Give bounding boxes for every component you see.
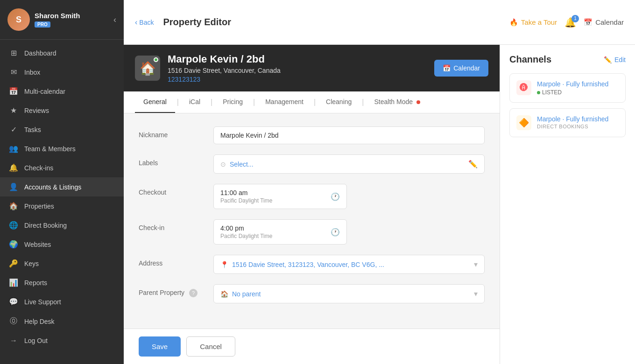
channels-edit-button[interactable]: ✏️ Edit [604,56,626,63]
property-calendar-button[interactable]: 📅 Calendar [434,60,488,77]
parent-help-icon: ? [189,289,198,297]
calendar-icon: 📅 [584,18,593,27]
sidebar-item-multi-calendar[interactable]: 📅Multi-calendar [0,82,124,101]
tab-sep-3: | [251,91,257,113]
channel-status-0: LISTED [537,89,619,96]
channel-name-1: Marpole · Fully furnished [537,115,619,123]
labels-edit-icon: ✏️ [468,160,478,168]
back-button[interactable]: ‹ Back [135,18,154,27]
tab-management[interactable]: Management [257,91,312,113]
page-title: Property Editor [163,17,231,28]
sidebar-item-tasks[interactable]: ✓Tasks [0,120,124,139]
labels-select-inner: ⊙ Select... [220,161,254,168]
tab-pricing[interactable]: Pricing [214,91,251,113]
address-row: Address 📍 1516 Davie Street, 3123123, Va… [139,255,485,274]
sidebar-nav: ⊞Dashboard✉Inbox📅Multi-calendar★Reviews✓… [0,40,124,364]
nav-label-tasks: Tasks [24,126,41,133]
sidebar-item-websites[interactable]: 🌍Websites [0,235,124,254]
sidebar-item-properties[interactable]: 🏠Properties [0,196,124,216]
channel-info-1: Marpole · Fully furnished DIRECT BOOKING… [537,115,619,129]
calendar-label: Calendar [595,18,624,26]
parent-field[interactable]: 🏠 No parent ▾ [213,284,485,303]
property-header: 🏠 Marpole Kevin / 2bd 1516 Davie Street,… [124,45,500,91]
channel-item-direct-bookings[interactable]: 🔶 Marpole · Fully furnished DIRECT BOOKI… [509,108,626,137]
nav-icon-inbox: ✉ [8,68,19,77]
address-label: Address [139,255,213,267]
sidebar-item-check-ins[interactable]: 🔔Check-ins [0,158,124,177]
sidebar-item-team-members[interactable]: 👥Team & Members [0,139,124,158]
nav-icon-reports: 📊 [8,278,19,287]
sidebar-item-direct-booking[interactable]: 🌐Direct Booking [0,216,124,235]
nav-icon-properties: 🏠 [8,202,19,210]
cancel-button[interactable]: Cancel [186,336,235,357]
sidebar-item-reports[interactable]: 📊Reports [0,273,124,292]
sidebar-item-accounts-listings[interactable]: 👤Accounts & Listings [0,177,124,196]
parent-label-text: Parent Property [139,289,184,296]
nav-label-log-out: Log Out [24,337,48,344]
channel-row-0: 🅐 Marpole · Fully furnished LISTED [516,80,619,96]
save-button[interactable]: Save [139,336,181,357]
tab-ical[interactable]: iCal [181,91,209,113]
checkin-time-field[interactable]: 4:00 pm Pacific Daylight Time 🕐 [213,219,347,245]
property-calendar-icon: 📅 [443,64,451,72]
pro-badge: PRO [35,21,50,28]
back-label: Back [139,19,154,26]
stealth-mode-dot [416,100,420,104]
collapse-button[interactable]: ‹ [113,15,116,25]
tab-sep-5: | [360,91,366,113]
nav-label-multi-calendar: Multi-calendar [24,88,65,95]
nav-label-accounts-listings: Accounts & Listings [24,183,81,191]
checkout-control: 11:00 am Pacific Daylight Time 🕐 [213,184,485,209]
notification-button[interactable]: 🔔 1 [564,17,576,28]
channel-logo-0: 🅐 [516,80,531,95]
header-left: ‹ Back Property Editor [135,17,231,28]
tab-sep-1: | [175,91,181,113]
checkout-label: Checkout [139,184,213,196]
nav-icon-websites: 🌍 [8,240,19,249]
property-panel: 🏠 Marpole Kevin / 2bd 1516 Davie Street,… [124,45,500,364]
channels-panel: Channels ✏️ Edit 🅐 Marpole · Fully furni… [500,45,635,364]
nav-label-help-desk: Help Desk [24,318,55,325]
sidebar-item-keys[interactable]: 🔑Keys [0,254,124,273]
calendar-button[interactable]: 📅 Calendar [584,18,624,27]
labels-placeholder: Select... [230,161,254,168]
sidebar-item-live-support[interactable]: 💬Live Support [0,292,124,311]
take-tour-label: Take a Tour [521,18,557,26]
sidebar-item-dashboard[interactable]: ⊞Dashboard [0,43,124,63]
nav-icon-check-ins: 🔔 [8,163,19,172]
sidebar-item-inbox[interactable]: ✉Inbox [0,63,124,82]
notification-badge: 1 [572,15,579,22]
tab-cleaning[interactable]: Cleaning [318,91,360,113]
property-phone: 123123123 [168,76,434,83]
parent-text: No parent [232,290,261,298]
labels-select[interactable]: ⊙ Select... ✏️ [213,154,485,174]
nav-icon-live-support: 💬 [8,297,19,306]
nickname-control [213,126,485,144]
sidebar-item-reviews[interactable]: ★Reviews [0,101,124,120]
labels-row: Labels ⊙ Select... ✏️ [139,154,485,174]
tab-stealth-mode[interactable]: Stealth Mode [366,91,429,113]
nav-label-websites: Websites [24,241,51,248]
take-tour-button[interactable]: 🔥 Take a Tour [509,18,557,27]
sidebar-item-log-out[interactable]: →Log Out [0,331,124,350]
labels-control: ⊙ Select... ✏️ [213,154,485,174]
header: ‹ Back Property Editor 🔥 Take a Tour 🔔 1… [124,0,635,45]
address-control: 📍 1516 Davie Street, 3123123, Vancouver,… [213,255,485,274]
nav-label-keys: Keys [24,260,39,267]
nickname-input[interactable] [213,126,485,144]
tab-sep-2: | [209,91,214,113]
parent-property-row: Parent Property ? 🏠 No parent ▾ [139,284,485,303]
user-name: Sharon Smith [35,12,113,20]
channel-item-airbnb-listed[interactable]: 🅐 Marpole · Fully furnished LISTED [509,73,626,103]
nav-label-live-support: Live Support [24,298,61,306]
property-address: 1516 Davie Street, Vancouver, Canada [168,67,434,74]
address-field[interactable]: 📍 1516 Davie Street, 3123123, Vancouver,… [213,255,485,274]
nav-label-reports: Reports [24,279,47,287]
checkout-time-field[interactable]: 11:00 am Pacific Daylight Time 🕐 [213,184,347,209]
checkout-timezone: Pacific Daylight Time [220,197,340,204]
tab-general[interactable]: General [135,91,175,113]
header-right: 🔥 Take a Tour 🔔 1 📅 Calendar [509,17,624,28]
nav-icon-keys: 🔑 [8,259,19,268]
address-pin-icon: 📍 [220,261,228,268]
sidebar-item-help-desk[interactable]: ⓪Help Desk [0,311,124,331]
